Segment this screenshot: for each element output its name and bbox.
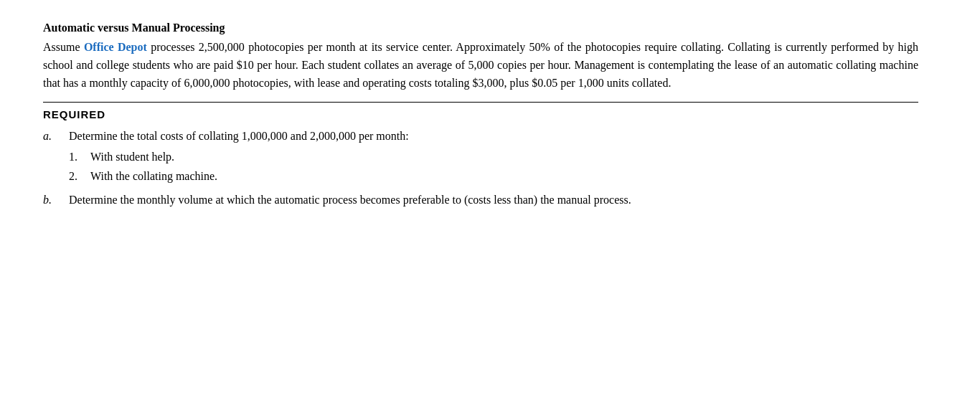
intro-paragraph: Assume Office Depot processes 2,500,000 … [43,39,918,92]
list-item: a. Determine the total costs of collatin… [43,128,918,186]
sub-list-item: 2. With the collating machine. [69,168,918,186]
para-before: Assume [43,41,84,53]
required-heading: REQUIRED [43,108,918,120]
required-list: a. Determine the total costs of collatin… [43,128,918,209]
item-content-a: Determine the total costs of collating 1… [69,128,918,186]
sub-text-2: With the collating machine. [90,168,918,186]
para-after: processes 2,500,000 photocopies per mont… [43,41,918,89]
item-text-b: Determine the monthly volume at which th… [69,194,631,206]
sub-list-a: 1. With student help. 2. With the collat… [69,148,918,186]
item-label-b: b. [43,191,69,209]
main-content: Automatic versus Manual Processing Assum… [43,22,918,209]
section-divider [43,102,918,103]
sub-text-1: With student help. [90,148,918,166]
sub-label-1: 1. [69,148,90,166]
item-label-a: a. [43,128,69,146]
item-content-b: Determine the monthly volume at which th… [69,191,918,209]
sub-label-2: 2. [69,168,90,186]
brand-name: Office Depot [84,41,147,53]
sub-list-item: 1. With student help. [69,148,918,166]
list-item: b. Determine the monthly volume at which… [43,191,918,209]
section-title: Automatic versus Manual Processing [43,22,918,34]
item-text-a: Determine the total costs of collating 1… [69,130,409,142]
